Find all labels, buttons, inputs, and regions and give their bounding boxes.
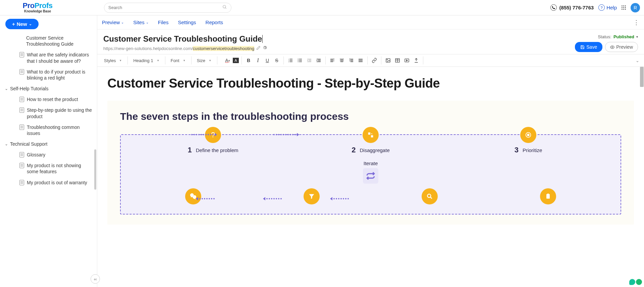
document-icon xyxy=(19,107,24,113)
chevron-down-icon: ▾ xyxy=(636,35,638,39)
search-input[interactable] xyxy=(108,5,222,10)
editor-body[interactable]: Customer Service Troubleshooting - Step-… xyxy=(97,67,644,287)
editor-toolbar: Styles▾ Heading 1▾ Font▾ Size▾ A▾ A B I … xyxy=(97,54,644,67)
collapse-sidebar-button[interactable]: ‹‹ xyxy=(91,274,100,284)
sidebar: + New ⌄ Customer Service Troubleshooting… xyxy=(0,15,97,287)
tree-item[interactable]: Troubleshooting common issues xyxy=(0,122,97,139)
title-row: Customer Service Troubleshooting Guide h… xyxy=(97,30,644,54)
tree-item[interactable]: My product is out of warranty xyxy=(0,177,97,188)
flow-step: ? 1Define the problem xyxy=(183,142,243,154)
align-left-icon[interactable] xyxy=(328,57,336,64)
tree-item[interactable]: My product is not showing some features xyxy=(0,160,97,177)
tree-item[interactable]: What to do if your product is blinking a… xyxy=(0,66,97,83)
indent-icon[interactable] xyxy=(315,57,323,64)
toolbar-font-select[interactable]: Font▾ xyxy=(169,56,192,64)
phone-icon xyxy=(550,4,557,11)
new-button[interactable]: + New ⌄ xyxy=(5,19,39,29)
tree-item[interactable]: How to reset the product xyxy=(0,94,97,105)
italic-icon[interactable]: I xyxy=(254,57,262,64)
svg-marker-12 xyxy=(407,60,408,61)
menu-sites[interactable]: Sites ⌄ xyxy=(133,19,148,25)
top-bar: ProProfs Knowledge Base (855) 776-7763 ?… xyxy=(0,0,644,15)
disaggregate-icon xyxy=(363,127,379,143)
tree-item[interactable]: Customer Service Troubleshooting Guide xyxy=(0,33,97,49)
phone[interactable]: (855) 776-7763 xyxy=(550,4,594,11)
tree-folder[interactable]: ⌄Technical Support xyxy=(0,139,97,149)
align-justify-icon[interactable] xyxy=(357,57,365,64)
phone-number: (855) 776-7763 xyxy=(559,5,594,10)
help-link[interactable]: ? Help xyxy=(598,4,617,11)
tree-item-label: Glossary xyxy=(27,152,45,158)
align-center-icon[interactable] xyxy=(338,57,346,64)
tree-item-label: How to reset the product xyxy=(27,96,78,102)
svg-point-16 xyxy=(527,134,529,136)
scrollbar-thumb[interactable] xyxy=(640,67,644,87)
flow-step: 3Prioritize xyxy=(498,142,558,154)
search-box[interactable] xyxy=(104,3,231,13)
video-icon[interactable] xyxy=(403,57,411,64)
plus-icon: + xyxy=(12,21,15,27)
url-slug[interactable]: customerservicetroubleshooting xyxy=(193,46,255,51)
floating-badges[interactable] xyxy=(629,279,642,285)
tree-item-label: My product is not showing some features xyxy=(27,162,92,175)
step-text: Prioritize xyxy=(523,147,542,153)
bullet-list-icon[interactable] xyxy=(296,57,304,64)
toolbar-heading-select[interactable]: Heading 1▾ xyxy=(131,56,165,64)
tree-item[interactable]: What are the safety indicators that I sh… xyxy=(0,49,97,66)
logo-text: ProProfs xyxy=(23,2,53,9)
gear-icon[interactable] xyxy=(263,46,267,51)
tree-item[interactable]: Step-by-step guide to using the product xyxy=(0,105,97,122)
image-icon[interactable] xyxy=(384,57,392,64)
apps-icon[interactable] xyxy=(622,5,626,10)
tree-item-label: Customer Service Troubleshooting Guide xyxy=(26,35,92,47)
outdent-icon[interactable] xyxy=(305,57,313,64)
avatar[interactable]: R xyxy=(631,3,640,12)
save-button[interactable]: Save xyxy=(575,42,602,52)
link-icon[interactable] xyxy=(370,57,378,64)
step-number: 2 xyxy=(352,146,356,154)
document-heading[interactable]: Customer Service Troubleshooting - Step-… xyxy=(107,76,634,91)
edit-icon[interactable] xyxy=(256,46,261,51)
expand-toolbar-icon[interactable]: ⌄ xyxy=(636,58,639,63)
nav-tree[interactable]: Customer Service Troubleshooting Guide W… xyxy=(0,32,97,287)
underline-icon[interactable]: U xyxy=(263,57,271,64)
menu-files[interactable]: Files xyxy=(158,19,169,25)
scrollbar-thumb[interactable] xyxy=(94,149,96,190)
align-right-icon[interactable] xyxy=(347,57,355,64)
document-icon xyxy=(19,125,24,130)
more-menu-icon[interactable]: ⋮ xyxy=(633,19,639,26)
document-icon xyxy=(19,180,24,185)
new-button-label: New xyxy=(17,21,27,27)
toolbar-styles-select[interactable]: Styles▾ xyxy=(102,56,128,64)
svg-rect-13 xyxy=(368,133,370,135)
page-title[interactable]: Customer Service Troubleshooting Guide xyxy=(103,34,262,44)
logo[interactable]: ProProfs Knowledge Base xyxy=(0,2,67,13)
text-color-icon[interactable]: A▾ xyxy=(223,57,231,64)
arrow-icon xyxy=(174,197,215,200)
help-icon: ? xyxy=(598,4,605,11)
preview-button[interactable]: Preview xyxy=(605,42,638,52)
toolbar-size-select[interactable]: Size▾ xyxy=(195,56,217,64)
document-icon xyxy=(19,69,24,75)
tree-item[interactable]: Glossary xyxy=(0,149,97,160)
numbered-list-icon[interactable] xyxy=(286,57,294,64)
svg-point-5 xyxy=(298,61,299,62)
tree-folder[interactable]: ⌄Self-Help Tutorials xyxy=(0,83,97,94)
tree-item-label: Troubleshooting common issues xyxy=(27,124,92,136)
diagram-title: The seven steps in the troubleshooting p… xyxy=(120,111,621,122)
tree-item-label: My product is out of warranty xyxy=(27,180,87,186)
step-text: Define the problem xyxy=(196,147,238,153)
strikethrough-icon[interactable]: S xyxy=(273,57,281,64)
bold-icon[interactable]: B xyxy=(245,57,253,64)
menu-preview[interactable]: Preview ⌄ xyxy=(102,19,124,25)
menu-bar: Preview ⌄ Sites ⌄ Files Settings Reports… xyxy=(97,15,644,30)
menu-settings[interactable]: Settings xyxy=(178,19,196,25)
bg-color-icon[interactable]: A xyxy=(233,58,239,63)
diagram-flow: ? 1Define the problem 2Disaggregate 3Pri… xyxy=(120,134,621,214)
status[interactable]: Status: Published ▾ xyxy=(598,34,638,39)
upload-icon[interactable] xyxy=(412,57,420,64)
arrow-icon xyxy=(273,133,327,136)
chevron-down-icon: ⌄ xyxy=(146,20,149,24)
menu-reports[interactable]: Reports xyxy=(206,19,223,25)
table-icon[interactable] xyxy=(393,57,401,64)
